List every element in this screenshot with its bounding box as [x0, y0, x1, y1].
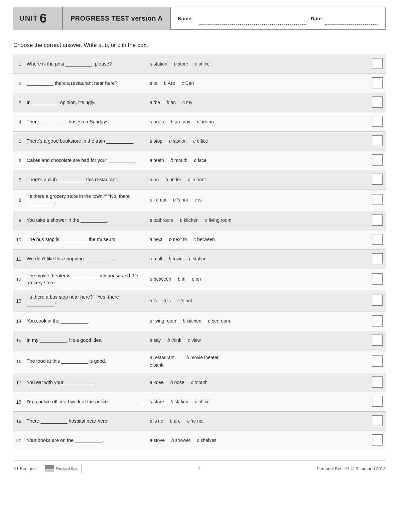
- question-answers: arestaurantbmovie theatercbank: [147, 350, 369, 373]
- question-text: In __________ opinion, it's ugly.: [24, 93, 147, 112]
- name-line: [199, 24, 307, 25]
- answer-option: a's: [150, 297, 157, 305]
- answer-option: cis: [195, 196, 201, 204]
- question-answers: aIsbArecCan: [147, 74, 369, 93]
- answer-option: bstation: [171, 398, 188, 406]
- answer-box-cell: [369, 431, 386, 450]
- answer-box[interactable]: [372, 355, 383, 367]
- answer-box[interactable]: [372, 315, 383, 327]
- answer-box-cell: [369, 392, 386, 412]
- answer-box[interactable]: [372, 273, 383, 285]
- question-text: The bus stop is __________ the museum.: [24, 230, 147, 249]
- answer-option: cbank: [150, 361, 163, 369]
- answer-option: amall: [150, 255, 162, 263]
- answer-option: bmovie theater: [187, 354, 219, 362]
- question-answers: athebancmy: [147, 93, 369, 112]
- answer-box-cell: [369, 112, 386, 132]
- question-text: Your books are on the __________.: [24, 431, 147, 450]
- answer-box[interactable]: [372, 334, 383, 346]
- answer-option: coffice: [195, 60, 209, 68]
- instruction: Choose the correct answer. Write a, b, o…: [13, 42, 386, 49]
- table-row: 7There's a club __________ this restaura…: [13, 170, 386, 190]
- answer-option: aare a: [150, 118, 164, 126]
- answer-option: bshower: [171, 437, 190, 445]
- answer-box-cell: [369, 230, 386, 249]
- answer-box[interactable]: [372, 253, 383, 264]
- answer-option: aknee: [150, 379, 164, 387]
- answer-box[interactable]: [372, 174, 383, 185]
- question-text: You take a shower in the __________.: [24, 211, 147, 230]
- question-answers: astopbstationcoffice: [147, 132, 369, 151]
- answer-option: care no: [197, 118, 214, 126]
- table-row: 1Where is the post __________, please?as…: [13, 55, 386, 74]
- answer-option: bstation: [169, 137, 187, 145]
- question-answers: astovebshowercshelves: [147, 431, 369, 450]
- question-number: 4: [13, 112, 24, 132]
- answer-box[interactable]: [372, 376, 383, 388]
- table-row: 20Your books are on the __________.astov…: [13, 431, 386, 450]
- question-number: 20: [13, 431, 24, 450]
- answer-box[interactable]: [372, 415, 383, 426]
- question-number: 7: [13, 170, 24, 190]
- question-text: There __________ buses on Sundays.: [24, 112, 147, 132]
- question-answers: a'sbisc's not: [147, 290, 369, 312]
- answer-option: c's not: [177, 297, 192, 305]
- table-row: 19There __________ hospital near here.a'…: [13, 412, 386, 431]
- unit-text: UNIT: [19, 14, 38, 23]
- answer-option: a're not: [150, 196, 166, 204]
- table-row: 6Cakes and chocolate are bad for your __…: [13, 151, 386, 170]
- answer-box-cell: [369, 55, 386, 74]
- answer-box[interactable]: [372, 77, 383, 88]
- question-number: 2: [13, 74, 24, 93]
- question-number: 15: [13, 331, 24, 350]
- question-text: We don't like this shopping __________.: [24, 249, 147, 269]
- question-answers: aliving roombkitchencbedroom: [147, 312, 369, 331]
- answer-box[interactable]: [372, 234, 383, 245]
- answer-option: aon: [150, 176, 159, 184]
- date-line: [325, 24, 378, 25]
- answer-option: cmouth: [191, 379, 207, 387]
- question-number: 11: [13, 249, 24, 269]
- answer-box[interactable]: [372, 154, 383, 166]
- answer-option: ateeth: [150, 157, 164, 165]
- answer-option: bkitchen: [180, 216, 199, 224]
- question-text: Cakes and chocolate are bad for your ___…: [24, 151, 147, 170]
- question-number: 1: [13, 55, 24, 74]
- answer-option: arestaurant: [150, 354, 175, 362]
- table-row: 4There __________ buses on Sundays.aare …: [13, 112, 386, 132]
- answer-box-cell: [369, 249, 386, 269]
- answer-box[interactable]: [372, 58, 383, 69]
- table-row: 8"Is there a grocery store in the town?"…: [13, 190, 386, 211]
- answer-box[interactable]: [372, 214, 383, 226]
- answer-box-cell: [369, 74, 386, 93]
- answer-box[interactable]: [372, 295, 383, 306]
- answer-box[interactable]: [372, 194, 383, 205]
- table-row: 12The movie theater is __________ my hou…: [13, 269, 386, 290]
- answer-option: cCan: [182, 79, 194, 87]
- answer-option: cin front: [188, 176, 206, 184]
- answer-box[interactable]: [372, 116, 383, 127]
- footer: A1 Beginner Personal Best 1 Personal Bes…: [13, 460, 386, 473]
- table-row: 2__________ there a restaurant near here…: [13, 74, 386, 93]
- answer-option: bthink: [168, 336, 181, 344]
- answer-option: bnose: [170, 379, 184, 387]
- answer-option: cstation: [189, 255, 206, 263]
- answer-option: cliving room: [205, 216, 231, 224]
- question-text: __________ there a restaurant near here?: [24, 74, 147, 93]
- answer-box[interactable]: [372, 96, 383, 108]
- answer-box-cell: [369, 269, 386, 290]
- table-row: 14You cook in the __________.aliving roo…: [13, 312, 386, 331]
- table-row: 5There's a good bookstore in the train _…: [13, 132, 386, 151]
- answer-box[interactable]: [372, 135, 383, 146]
- question-answers: a's nobarec're not: [147, 412, 369, 431]
- answer-option: bstore: [174, 60, 188, 68]
- answer-option: bis: [163, 297, 171, 305]
- answer-box[interactable]: [372, 434, 383, 446]
- footer-page: 1: [198, 466, 200, 471]
- answer-box[interactable]: [372, 396, 383, 407]
- question-number: 3: [13, 93, 24, 112]
- answer-option: b's not: [173, 196, 188, 204]
- answer-option: coffice: [195, 398, 209, 406]
- answer-option: anext: [150, 236, 162, 244]
- question-answers: asaybthinkcview: [147, 331, 369, 350]
